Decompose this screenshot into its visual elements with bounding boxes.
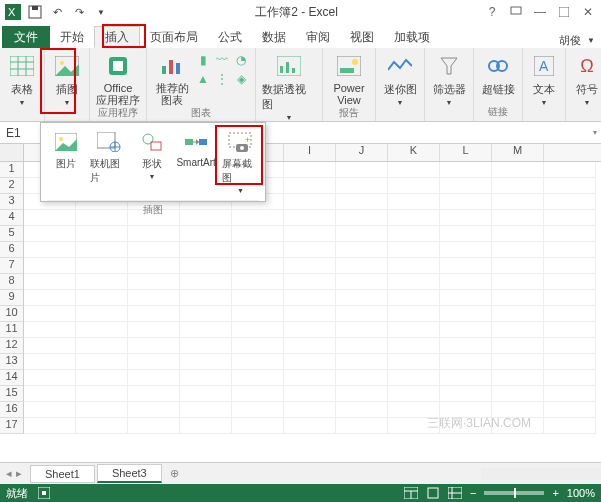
cell[interactable] bbox=[336, 194, 388, 210]
cell[interactable] bbox=[24, 386, 76, 402]
cell[interactable] bbox=[232, 258, 284, 274]
cell[interactable] bbox=[388, 226, 440, 242]
sheet-prev-icon[interactable]: ◂ bbox=[6, 467, 12, 480]
cell[interactable] bbox=[544, 274, 596, 290]
cell[interactable] bbox=[336, 386, 388, 402]
cell[interactable] bbox=[440, 178, 492, 194]
line-chart-icon[interactable]: 〰 bbox=[214, 52, 230, 68]
zoom-level[interactable]: 100% bbox=[567, 487, 595, 499]
row-header[interactable]: 7 bbox=[0, 258, 24, 274]
cell[interactable] bbox=[180, 418, 232, 434]
cell[interactable] bbox=[76, 338, 128, 354]
cell[interactable] bbox=[544, 226, 596, 242]
cell[interactable] bbox=[388, 418, 440, 434]
cell[interactable] bbox=[284, 386, 336, 402]
user-name[interactable]: 胡俊 bbox=[559, 33, 581, 48]
cell[interactable] bbox=[180, 338, 232, 354]
cell[interactable] bbox=[336, 306, 388, 322]
cell[interactable] bbox=[128, 274, 180, 290]
cell[interactable] bbox=[128, 418, 180, 434]
cell[interactable] bbox=[388, 242, 440, 258]
cell[interactable] bbox=[440, 194, 492, 210]
cell[interactable] bbox=[180, 386, 232, 402]
cell[interactable] bbox=[180, 370, 232, 386]
illustrations-button[interactable]: 插图 ▼ bbox=[51, 52, 83, 106]
cell[interactable] bbox=[128, 290, 180, 306]
cell[interactable] bbox=[232, 290, 284, 306]
cell[interactable] bbox=[440, 402, 492, 418]
cell[interactable] bbox=[388, 274, 440, 290]
row-header[interactable]: 17 bbox=[0, 418, 24, 434]
sheet-next-icon[interactable]: ▸ bbox=[16, 467, 22, 480]
cell[interactable] bbox=[24, 370, 76, 386]
row-header[interactable]: 11 bbox=[0, 322, 24, 338]
cell[interactable] bbox=[232, 306, 284, 322]
cell[interactable] bbox=[180, 258, 232, 274]
cell[interactable] bbox=[492, 194, 544, 210]
cell[interactable] bbox=[492, 162, 544, 178]
tab-formulas[interactable]: 公式 bbox=[208, 26, 252, 48]
cell[interactable] bbox=[76, 226, 128, 242]
cell[interactable] bbox=[336, 242, 388, 258]
tab-home[interactable]: 开始 bbox=[50, 26, 94, 48]
cell[interactable] bbox=[24, 418, 76, 434]
cell[interactable] bbox=[336, 210, 388, 226]
cell[interactable] bbox=[492, 242, 544, 258]
cell[interactable] bbox=[284, 210, 336, 226]
cell[interactable] bbox=[24, 306, 76, 322]
maximize-icon[interactable] bbox=[555, 3, 573, 21]
row-header[interactable]: 16 bbox=[0, 402, 24, 418]
cell[interactable] bbox=[544, 402, 596, 418]
row-header[interactable]: 5 bbox=[0, 226, 24, 242]
cell[interactable] bbox=[180, 354, 232, 370]
cell[interactable] bbox=[336, 370, 388, 386]
cell[interactable] bbox=[284, 306, 336, 322]
row-header[interactable]: 15 bbox=[0, 386, 24, 402]
cell[interactable] bbox=[284, 194, 336, 210]
cell[interactable] bbox=[440, 370, 492, 386]
cell[interactable] bbox=[336, 178, 388, 194]
cell[interactable] bbox=[180, 242, 232, 258]
cell[interactable] bbox=[492, 338, 544, 354]
cell[interactable] bbox=[388, 386, 440, 402]
column-header[interactable]: K bbox=[388, 144, 440, 161]
other-chart-icon[interactable]: ◈ bbox=[233, 71, 249, 87]
screenshot-button[interactable]: + 屏幕截图 ▼ bbox=[222, 129, 259, 194]
ribbon-options-icon[interactable] bbox=[507, 3, 525, 21]
cell[interactable] bbox=[440, 386, 492, 402]
filter-button[interactable]: 筛选器 ▼ bbox=[431, 52, 467, 106]
cell[interactable] bbox=[76, 274, 128, 290]
cell[interactable] bbox=[284, 354, 336, 370]
row-header[interactable]: 8 bbox=[0, 274, 24, 290]
cell[interactable] bbox=[128, 386, 180, 402]
cell[interactable] bbox=[128, 226, 180, 242]
tab-file[interactable]: 文件 bbox=[2, 26, 50, 48]
cell[interactable] bbox=[24, 258, 76, 274]
cell[interactable] bbox=[388, 370, 440, 386]
area-chart-icon[interactable]: ▲ bbox=[195, 71, 211, 87]
cell[interactable] bbox=[388, 258, 440, 274]
cell[interactable] bbox=[128, 306, 180, 322]
online-picture-button[interactable]: 联机图片 bbox=[90, 129, 127, 194]
cell[interactable] bbox=[440, 226, 492, 242]
cell[interactable] bbox=[284, 418, 336, 434]
cell[interactable] bbox=[336, 226, 388, 242]
cell[interactable] bbox=[544, 178, 596, 194]
recommended-charts-button[interactable]: 推荐的 图表 bbox=[153, 52, 191, 106]
office-apps-button[interactable]: Office 应用程序 bbox=[96, 52, 140, 106]
column-header[interactable]: I bbox=[284, 144, 336, 161]
row-header[interactable]: 14 bbox=[0, 370, 24, 386]
cell[interactable] bbox=[544, 210, 596, 226]
cell[interactable] bbox=[544, 194, 596, 210]
cell[interactable] bbox=[284, 402, 336, 418]
smartart-button[interactable]: SmartArt bbox=[176, 129, 215, 194]
horizontal-scrollbar[interactable] bbox=[481, 468, 601, 480]
add-sheet-button[interactable]: ⊕ bbox=[170, 467, 179, 480]
cell[interactable] bbox=[284, 274, 336, 290]
cell[interactable] bbox=[24, 402, 76, 418]
formula-expand-icon[interactable]: ▾ bbox=[589, 128, 601, 137]
row-header[interactable]: 6 bbox=[0, 242, 24, 258]
cell[interactable] bbox=[180, 290, 232, 306]
column-header[interactable]: M bbox=[492, 144, 544, 161]
cell[interactable] bbox=[544, 290, 596, 306]
